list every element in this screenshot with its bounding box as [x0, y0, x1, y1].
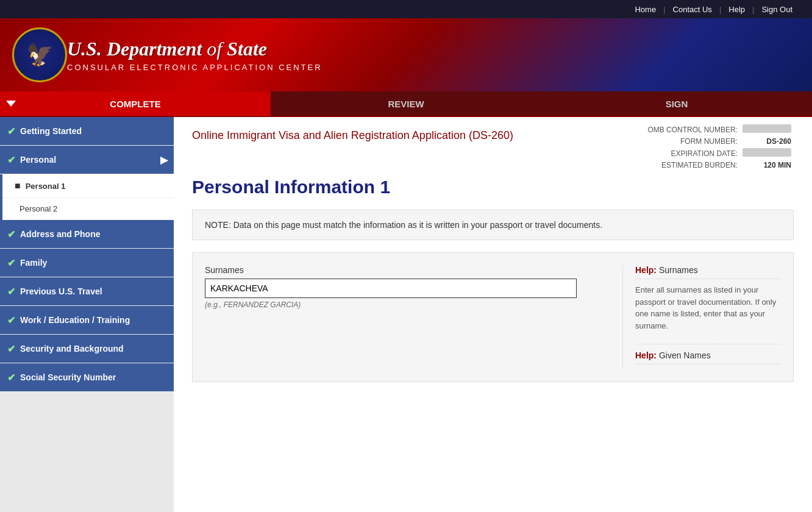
content-area: Online Immigrant Visa and Alien Registra…	[174, 117, 812, 512]
form-section-surnames: Surnames (e.g., FERNANDEZ GARCIA) Help: …	[192, 252, 794, 382]
sidebar-item-family[interactable]: ✔ Family	[0, 249, 174, 277]
chevron-right-icon: ▶	[160, 154, 168, 166]
home-link[interactable]: Home	[627, 5, 663, 14]
sidebar-item-label: Family	[20, 258, 47, 268]
main-container: ✔ Getting Started ✔ Personal ▶ ■ Persona…	[0, 117, 812, 512]
contact-us-link[interactable]: Contact Us	[666, 5, 719, 14]
help-surnames-title: Help: Surnames	[635, 265, 781, 279]
form-number-value: DS-260	[740, 136, 794, 147]
bullet-icon: ■	[15, 180, 21, 191]
burden-value: 120 MIN	[740, 160, 794, 171]
sign-out-link[interactable]: Sign Out	[754, 5, 800, 14]
sidebar: ✔ Getting Started ✔ Personal ▶ ■ Persona…	[0, 117, 174, 512]
sidebar-item-label: Social Security Number	[20, 372, 116, 382]
surnames-label: Surnames	[205, 265, 610, 275]
help-surnames-text: Enter all surnames as listed in your pas…	[635, 284, 781, 332]
sidebar-item-getting-started[interactable]: ✔ Getting Started	[0, 117, 174, 145]
department-seal: 🦅	[12, 27, 67, 82]
expiry-value	[743, 148, 791, 157]
sidebar-sub-personal: ■ Personal 1 Personal 2	[0, 174, 174, 220]
sidebar-item-label: Work / Education / Training	[20, 315, 130, 325]
sidebar-item-previous-travel[interactable]: ✔ Previous U.S. Travel	[0, 277, 174, 305]
sidebar-sub-item-personal-1[interactable]: ■ Personal 1	[2, 174, 174, 198]
note-box: NOTE: Data on this page must match the i…	[192, 210, 794, 240]
help-panel: Help: Surnames Enter all surnames as lis…	[622, 265, 781, 369]
check-icon: ✔	[7, 372, 15, 383]
sidebar-item-label: Personal	[20, 155, 56, 165]
expiry-label: EXPIRATION DATE:	[645, 147, 740, 160]
header-text: U.S. Department of State Consular Electr…	[67, 38, 322, 72]
help-link[interactable]: Help	[721, 5, 752, 14]
burden-label: ESTIMATED BURDEN:	[645, 160, 740, 171]
help-given-names-section: Help: Given Names	[635, 344, 781, 364]
help-given-title: Help: Given Names	[635, 350, 781, 364]
sidebar-item-label: Getting Started	[20, 126, 82, 136]
form-fields: Surnames (e.g., FERNANDEZ GARCIA)	[205, 265, 610, 369]
check-icon: ✔	[7, 315, 15, 326]
step-tabs: COMPLETE REVIEW SIGN	[0, 91, 812, 117]
check-icon: ✔	[7, 286, 15, 297]
page-heading: Personal Information 1	[192, 177, 794, 197]
check-icon: ✔	[7, 126, 15, 137]
check-icon: ✔	[7, 343, 15, 355]
sidebar-item-personal[interactable]: ✔ Personal ▶	[0, 146, 174, 174]
tab-sign[interactable]: SIGN	[541, 91, 812, 116]
form-number-label: FORM NUMBER:	[645, 136, 740, 147]
complete-arrow-icon	[6, 101, 16, 107]
form-title-link[interactable]: Online Immigrant Visa and Alien Registra…	[192, 129, 513, 142]
sidebar-item-label: Address and Phone	[20, 229, 100, 239]
department-title: U.S. Department of State	[67, 38, 322, 60]
sidebar-item-security[interactable]: ✔ Security and Background	[0, 335, 174, 363]
form-meta: OMB CONTROL NUMBER: FORM NUMBER: DS-260 …	[645, 123, 794, 171]
site-header: 🦅 U.S. Department of State Consular Elec…	[0, 18, 812, 91]
omb-value	[743, 124, 791, 133]
note-text: NOTE: Data on this page must match the i…	[205, 220, 602, 230]
check-icon: ✔	[7, 154, 15, 166]
sidebar-sub-label: Personal 1	[26, 182, 66, 191]
sidebar-sub-item-personal-2[interactable]: Personal 2	[2, 198, 174, 220]
omb-label: OMB CONTROL NUMBER:	[645, 123, 740, 136]
sidebar-item-address-phone[interactable]: ✔ Address and Phone	[0, 220, 174, 248]
department-subtitle: Consular Electronic Application Center	[67, 63, 322, 72]
tab-complete[interactable]: COMPLETE	[0, 91, 271, 116]
sidebar-item-work-education[interactable]: ✔ Work / Education / Training	[0, 306, 174, 334]
surnames-example: (e.g., FERNANDEZ GARCIA)	[205, 300, 610, 309]
sidebar-item-ssn[interactable]: ✔ Social Security Number	[0, 363, 174, 391]
check-icon: ✔	[7, 257, 15, 269]
sidebar-item-label: Security and Background	[20, 344, 124, 354]
surnames-input[interactable]	[205, 279, 577, 298]
sidebar-sub-label: Personal 2	[20, 204, 57, 213]
sidebar-item-label: Previous U.S. Travel	[20, 286, 102, 296]
tab-review[interactable]: REVIEW	[271, 91, 541, 116]
check-icon: ✔	[7, 229, 15, 240]
top-navigation: Home | Contact Us | Help | Sign Out	[0, 0, 812, 18]
